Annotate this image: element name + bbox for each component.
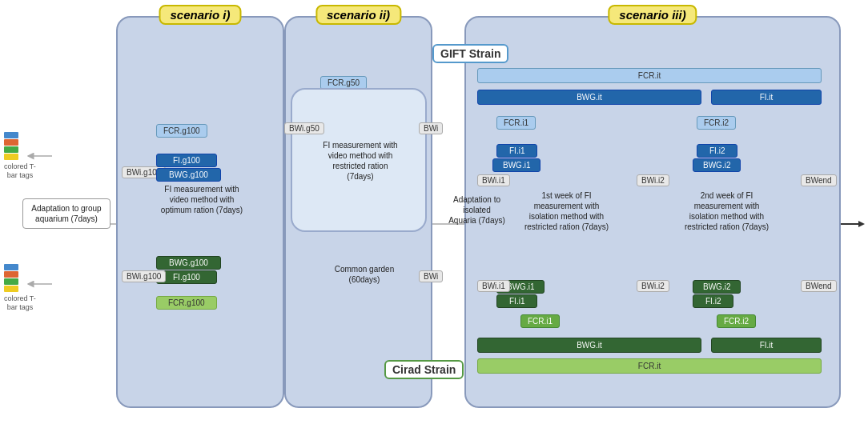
color-bar-blue <box>4 132 18 138</box>
fi-g100-blue-tag: FI.g100 <box>156 154 217 167</box>
bwi-g100-bottom: BWi.g100 <box>122 270 166 282</box>
color-bar-blue-2 <box>4 264 18 270</box>
fi-i2-tag: FI.i2 <box>697 144 737 158</box>
bwg-g100-green-tag: BWG.g100 <box>156 256 221 270</box>
bwg-g100-blue-tag: BWG.g100 <box>156 168 221 182</box>
bwg-it-green-tag: BWG.it <box>477 338 701 353</box>
fi-i1-green-tag: FI.i1 <box>496 294 537 308</box>
colored-t-bar-tags-top: colored T-bar tags <box>4 132 36 180</box>
bwi-g50-tag: BWi.g50 <box>284 122 324 134</box>
svg-marker-8 <box>858 221 865 227</box>
bwg-i2-green-tag: BWG.i2 <box>693 280 741 294</box>
color-bar-orange-2 <box>4 271 18 278</box>
bwi-i1-bottom: BWi.i1 <box>477 280 510 292</box>
fi-it-green-tag: FI.it <box>711 338 822 353</box>
diagram: scenario i) scenario ii) scenario iii) G… <box>0 0 868 444</box>
bwend-bottom: BWend <box>801 280 837 292</box>
fi-optimum-text: FI measurement with video method with op… <box>122 184 282 215</box>
fcr-g100-green-tag: FCR.g100 <box>156 296 217 310</box>
colored-t-bar-tags-bottom: colored T-bar tags <box>4 264 36 312</box>
bwg-it-tag: BWG.it <box>477 90 701 105</box>
fcr-g100-tag: FCR.g100 <box>156 124 207 138</box>
color-bar-yellow <box>4 154 18 160</box>
fi-week2-text: 2nd week of FI measurement with isolatio… <box>657 190 797 232</box>
fi-week1-text: 1st week of FI measurement with isolatio… <box>496 190 637 232</box>
fi-restricted-text: FI measurement with video method with re… <box>292 140 428 182</box>
top-tag-label: colored T-bar tags <box>4 162 36 180</box>
fcr-it-tag: FCR.it <box>477 68 822 83</box>
color-bar-orange <box>4 139 18 146</box>
fi-i2-green-tag: FI.i2 <box>693 294 733 308</box>
bwi-i2-bottom: BWi.i2 <box>637 280 669 292</box>
bwi-i2-top: BWi.i2 <box>637 174 669 186</box>
fcr-it-green-tag: FCR.it <box>477 358 822 374</box>
bwend-top: BWend <box>801 174 837 186</box>
fcr-i2-tag: FCR.i2 <box>697 116 736 130</box>
common-garden-text: Common garden (60days) <box>304 264 424 285</box>
bwg-i2-tag: BWG.i2 <box>693 158 741 172</box>
bwg-i1-tag: BWG.i1 <box>492 158 540 172</box>
color-bar-green-2 <box>4 278 18 285</box>
scenario-i-title: scenario i) <box>159 5 241 25</box>
color-bar-green <box>4 146 18 153</box>
cirad-strain-label: Cirad Strain <box>384 360 464 379</box>
fcr-i2-green-tag: FCR.i2 <box>717 314 756 328</box>
bwi-i1-top: BWi.i1 <box>477 174 510 186</box>
fcr-i1-green-tag: FCR.i1 <box>520 314 560 328</box>
bwi-tag: BWi <box>419 122 443 134</box>
fi-it-tag: FI.it <box>711 90 822 105</box>
fcr-i1-tag: FCR.i1 <box>496 116 536 130</box>
scenario-ii-title: scenario ii) <box>315 5 401 25</box>
scenario-iii-title: scenario iii) <box>608 5 697 25</box>
adaptation-group-box: Adaptation to group aquarium (7days) <box>22 198 111 229</box>
fi-i1-tag: FI.i1 <box>496 144 537 158</box>
color-bar-yellow-2 <box>4 286 18 292</box>
gift-strain-label: GIFT Strain <box>432 44 508 63</box>
bottom-tag-label: colored T-bar tags <box>4 294 36 312</box>
